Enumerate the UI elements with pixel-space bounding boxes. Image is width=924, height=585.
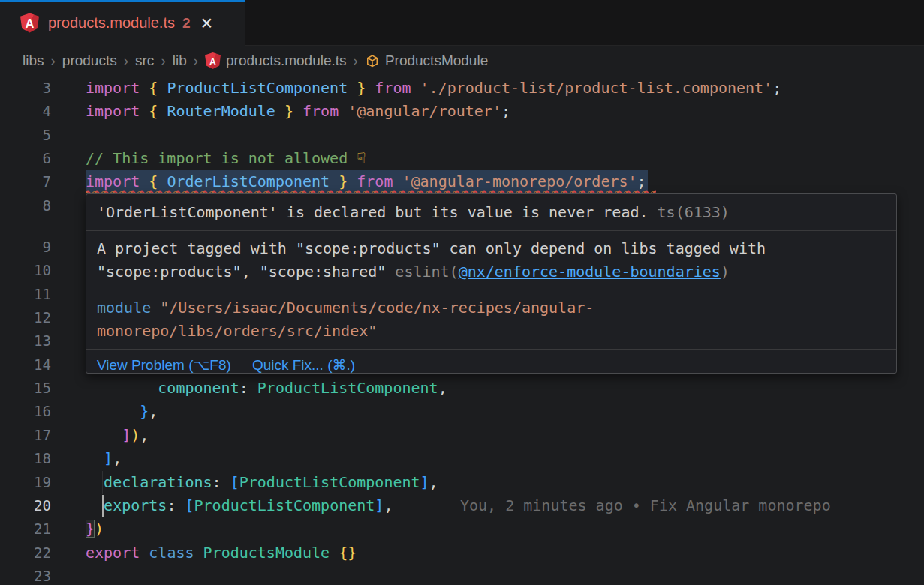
code-token: import: [86, 172, 140, 190]
line-number: 16: [0, 400, 51, 423]
code-line[interactable]: 16 },: [0, 400, 924, 424]
line-number: 18: [0, 447, 51, 470]
code-line-content: }): [86, 518, 104, 541]
hover-section: 'OrderListComponent' is declared but its…: [86, 194, 896, 231]
code-token: ,: [140, 426, 149, 444]
indent-guide: [104, 400, 104, 423]
code-line[interactable]: 22export class ProductsModule {}: [0, 542, 924, 566]
eslint-rule-link[interactable]: @nx/enforce-module-boundaries: [459, 262, 721, 280]
code-token: [393, 172, 402, 190]
code-line-content: },: [86, 400, 158, 423]
code-line-content: export class ProductsModule {}: [86, 542, 357, 565]
code-line-content: component: ProductListComponent,: [86, 376, 447, 400]
code-token: ]: [104, 449, 113, 467]
git-blame-annotation: You, 2 minutes ago • Fix Angular monorep…: [460, 494, 831, 518]
hover-text: ts(6133): [649, 203, 730, 221]
hover-text-line: module "/Users/isaac/Documents/code/nx-r…: [97, 296, 886, 320]
code-token: [140, 79, 149, 97]
code-token: [86, 449, 104, 467]
code-token: [411, 79, 420, 97]
line-number: 19: [0, 471, 51, 494]
code-line[interactable]: 15 component: ProductListComponent,: [0, 376, 924, 400]
code-token: {}: [339, 544, 357, 562]
quick-fix-action[interactable]: Quick Fix... (⌘.): [252, 356, 355, 374]
code-token: [348, 172, 357, 190]
line-number: 9: [0, 236, 51, 259]
code-token: :: [239, 379, 248, 397]
code-line[interactable]: 18 ],: [0, 447, 924, 471]
code-line[interactable]: 21}): [0, 518, 924, 542]
code-token: ProductListComponent: [158, 79, 357, 97]
code-token: }: [140, 402, 149, 420]
code-token: [176, 496, 185, 514]
line-number: 11: [0, 283, 51, 306]
code-token: [330, 544, 339, 562]
code-token: [140, 544, 149, 562]
code-token: {: [149, 102, 158, 120]
hover-actions: View Problem (⌥F8)Quick Fix... (⌘.): [86, 350, 896, 380]
code-token: ProductsModule: [203, 544, 330, 562]
code-line-content: import { ProductListComponent } from './…: [86, 76, 781, 100]
line-number: 7: [0, 170, 51, 194]
code-token: declarations: [104, 473, 212, 491]
line-number: 12: [0, 306, 51, 329]
code-token: [140, 102, 149, 120]
code-line[interactable]: 20 exports: [ProductListComponent],You, …: [0, 494, 924, 518]
indent-guide: [122, 376, 122, 400]
indent-guide: [140, 376, 140, 400]
line-number: 15: [0, 376, 51, 400]
code-token: import: [86, 79, 140, 97]
code-line[interactable]: 7import { OrderListComponent } from '@an…: [0, 170, 924, 194]
code-line[interactable]: 4import { RouterModule } from '@angular/…: [0, 100, 924, 124]
indent-guide: [86, 424, 86, 447]
code-line-content: declarations: [ProductListComponent],: [86, 471, 438, 494]
code-line[interactable]: 6// This import is not allowed ☟: [0, 147, 924, 171]
code-token: from: [375, 79, 411, 97]
code-token: [: [230, 473, 239, 491]
code-line[interactable]: 17 ]),: [0, 424, 924, 448]
view-problem-action[interactable]: View Problem (⌥F8): [97, 356, 231, 374]
code-line[interactable]: 19 declarations: [ProductListComponent],: [0, 471, 924, 495]
code-token: [86, 402, 140, 420]
hover-text-line: monorepo/libs/orders/src/index": [97, 320, 886, 343]
code-token: ,: [429, 473, 438, 491]
code-line-content: ]),: [86, 424, 149, 447]
hover-text: eslint(: [395, 262, 458, 280]
indent-guide: [86, 447, 86, 470]
code-line[interactable]: 5: [0, 124, 924, 148]
code-line[interactable]: 23: [0, 565, 924, 585]
code-token: :: [212, 473, 221, 491]
hover-text: ): [721, 262, 730, 280]
code-token: ,: [384, 496, 393, 514]
code-token: ProductListComponent: [257, 379, 438, 397]
code-token: RouterModule: [158, 102, 284, 120]
code-token: [: [185, 496, 194, 514]
hover-text-line: 'OrderListComponent' is declared but its…: [97, 201, 886, 224]
code-token: [293, 102, 302, 120]
hover-text-line: "scope:products", "scope:shared" eslint(…: [97, 260, 886, 284]
code-token: }: [339, 172, 348, 190]
hover-text: "scope:products", "scope:shared": [97, 262, 395, 280]
hover-text: 'OrderListComponent' is declared but its…: [97, 203, 649, 221]
code-line[interactable]: 3import { ProductListComponent } from '.…: [0, 76, 924, 100]
line-number: 14: [0, 353, 51, 376]
code-token: ]: [420, 473, 429, 491]
hover-text: A project tagged with "scope:products" c…: [97, 239, 766, 257]
code-token: :: [167, 496, 176, 514]
code-token: ,: [438, 379, 447, 397]
code-token: ;: [501, 102, 510, 120]
code-token: }: [357, 79, 366, 97]
line-number: 10: [0, 259, 51, 282]
indent-guide: [86, 376, 86, 400]
code-token: '@angular/router': [348, 102, 501, 120]
code-token: [86, 496, 104, 514]
code-token: ]: [375, 496, 384, 514]
line-number: 23: [0, 565, 51, 585]
code-token: [86, 473, 104, 491]
code-token: class: [149, 544, 194, 562]
line-number: 8: [0, 194, 51, 218]
code-token: }: [86, 520, 95, 538]
line-number: 5: [0, 124, 51, 147]
code-token: import: [86, 102, 140, 120]
code-token: ;: [637, 172, 646, 190]
